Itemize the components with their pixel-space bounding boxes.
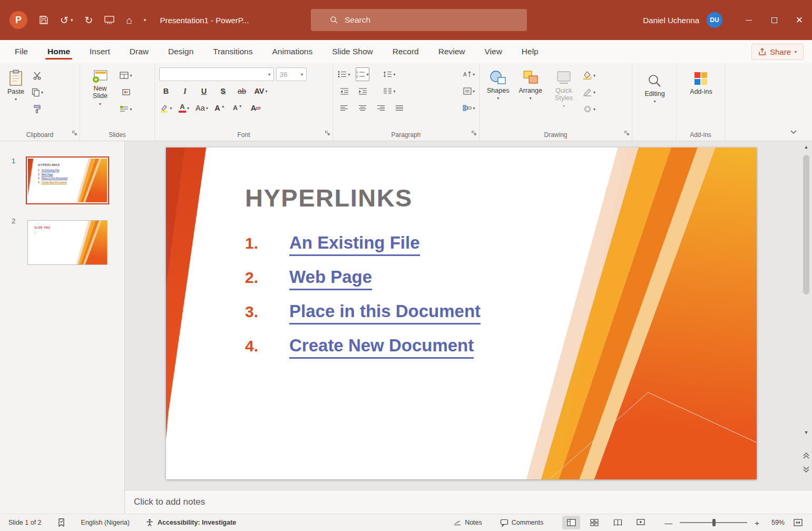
shape-effects-button[interactable]: ▾ — [582, 102, 596, 116]
align-text-dropdown-icon[interactable]: ▾ — [473, 89, 475, 94]
comments-button[interactable]: Comments — [495, 516, 549, 529]
maximize-button[interactable] — [761, 0, 787, 40]
slide-2-thumbnail[interactable]: SLIDE TWO • — [27, 220, 107, 265]
clear-formatting-button[interactable]: A — [249, 101, 262, 115]
line-spacing-dropdown-icon[interactable]: ▾ — [393, 72, 395, 77]
zoom-out-button[interactable]: — — [662, 518, 674, 527]
underline-button[interactable]: U — [197, 84, 211, 98]
user-avatar[interactable]: DU — [707, 12, 722, 28]
next-slide-button[interactable] — [801, 465, 811, 474]
zoom-slider-thumb[interactable] — [712, 519, 716, 526]
tab-home[interactable]: Home — [46, 42, 71, 62]
paste-button[interactable]: Paste ▾ — [4, 67, 27, 127]
copy-dropdown-icon[interactable]: ▾ — [41, 90, 43, 95]
numbering-dropdown-icon[interactable]: ▾ — [366, 72, 368, 77]
text-direction-button[interactable]: A ▾ — [462, 67, 476, 81]
align-left-button[interactable] — [337, 101, 351, 115]
accessibility-status[interactable]: Accessibility: Investigate — [145, 518, 236, 527]
drawing-dialog-launcher[interactable] — [624, 129, 630, 138]
increase-font-button[interactable]: A▲ — [213, 101, 227, 115]
decrease-font-button[interactable]: A▼ — [231, 101, 244, 115]
hyperlink-create-new-document[interactable]: Create New Document — [289, 336, 474, 359]
bold-button[interactable]: B — [159, 84, 173, 98]
tab-design[interactable]: Design — [167, 42, 194, 62]
reset-slide-button[interactable] — [119, 85, 133, 99]
tab-help[interactable]: Help — [521, 42, 540, 62]
close-button[interactable]: × — [787, 0, 812, 40]
slide-body-list[interactable]: 1.An Existing File 2.Web Page 3.Place in… — [245, 233, 481, 370]
scrollbar-thumb[interactable] — [803, 155, 809, 294]
arrange-dropdown-icon[interactable]: ▾ — [530, 96, 532, 101]
new-slide-button[interactable]: New Slide ▾ — [84, 67, 116, 127]
bullets-dropdown-icon[interactable]: ▾ — [348, 72, 350, 77]
font-size-dropdown-icon[interactable]: ▾ — [301, 72, 303, 77]
justify-button[interactable] — [393, 101, 406, 115]
tab-transitions[interactable]: Transitions — [212, 42, 253, 62]
font-color-dropdown-icon[interactable]: ▾ — [187, 106, 189, 111]
customize-qat-icon[interactable]: ▾ — [144, 17, 146, 23]
slide-canvas[interactable]: HYPERLINKS 1.An Existing File 2.Web Page… — [166, 148, 757, 479]
zoom-level[interactable]: 59% — [764, 519, 785, 526]
tab-draw[interactable]: Draw — [129, 42, 150, 62]
user-name[interactable]: Daniel Uchenna — [643, 16, 699, 25]
tab-animations[interactable]: Animations — [271, 42, 314, 62]
clipboard-dialog-launcher[interactable] — [72, 129, 77, 138]
hyperlink-place-in-document[interactable]: Place in this Document — [289, 301, 481, 324]
shape-outline-dropdown-icon[interactable]: ▾ — [593, 90, 595, 95]
undo-button[interactable]: ↺▾ — [60, 15, 73, 25]
hyperlink-existing-file[interactable]: An Existing File — [289, 233, 420, 256]
normal-view-button[interactable] — [562, 516, 580, 529]
slideshow-view-button[interactable] — [632, 516, 650, 529]
copy-button[interactable]: ▾ — [31, 85, 44, 99]
decrease-indent-button[interactable] — [337, 84, 351, 98]
shapes-button[interactable]: Shapes ▾ — [484, 67, 512, 127]
shape-fill-button[interactable]: ▾ — [582, 68, 596, 82]
strikethrough-button[interactable]: ab — [235, 84, 249, 98]
arrange-button[interactable]: Arrange ▾ — [515, 67, 545, 127]
save-button[interactable] — [39, 15, 48, 25]
cut-button[interactable] — [31, 68, 44, 82]
hyperlink-web-page[interactable]: Web Page — [289, 267, 372, 290]
font-color-button[interactable]: A ▾ — [177, 101, 191, 115]
vertical-scrollbar[interactable]: ▲ ▼ — [801, 142, 811, 488]
paste-dropdown-icon[interactable]: ▾ — [15, 97, 17, 102]
convert-to-smartart-button[interactable]: ▾ — [462, 101, 476, 115]
format-painter-button[interactable] — [31, 102, 44, 116]
quick-styles-dropdown-icon[interactable]: ▾ — [563, 104, 565, 109]
paragraph-dialog-launcher[interactable] — [471, 129, 477, 138]
notes-pane[interactable]: Click to add notes — [125, 490, 812, 514]
text-direction-dropdown-icon[interactable]: ▾ — [473, 72, 475, 77]
bullets-button[interactable]: ▾ — [337, 67, 351, 81]
notes-toggle-button[interactable]: Notes — [448, 516, 487, 529]
tab-review[interactable]: Review — [437, 42, 466, 62]
minimize-button[interactable] — [736, 0, 761, 40]
scroll-down-button[interactable]: ▼ — [801, 428, 811, 437]
numbering-button[interactable]: 12 ▾ — [356, 67, 369, 81]
font-name-dropdown-icon[interactable]: ▾ — [268, 72, 270, 77]
new-slide-dropdown-icon[interactable]: ▾ — [99, 102, 101, 106]
slide-1-thumbnail[interactable]: HYPERLINKS 1.An Existing File 2.Web Page… — [27, 158, 107, 203]
language-status[interactable]: English (Nigeria) — [81, 519, 130, 526]
tab-view[interactable]: View — [484, 42, 503, 62]
tab-insert[interactable]: Insert — [89, 42, 111, 62]
slide-title[interactable]: HYPERLINKS — [245, 183, 413, 212]
slide-sorter-view-button[interactable] — [585, 516, 603, 529]
collapse-ribbon-button[interactable] — [790, 127, 797, 136]
align-text-button[interactable]: ▾ — [462, 84, 476, 98]
powerpoint-logo-icon[interactable]: P — [9, 11, 27, 29]
character-spacing-dropdown-icon[interactable]: ▾ — [266, 89, 268, 94]
tab-slide-show[interactable]: Slide Show — [331, 42, 374, 62]
quick-styles-button[interactable]: Quick Styles ▾ — [549, 67, 579, 127]
smartart-dropdown-icon[interactable]: ▾ — [473, 106, 475, 111]
columns-dropdown-icon[interactable]: ▾ — [393, 89, 395, 94]
previous-slide-button[interactable] — [801, 451, 811, 460]
align-right-button[interactable] — [374, 101, 388, 115]
share-dropdown-icon[interactable]: ▾ — [795, 50, 797, 54]
change-case-button[interactable]: Aa▾ — [195, 101, 209, 115]
reading-view-button[interactable] — [609, 516, 627, 529]
character-spacing-button[interactable]: AV▾ — [254, 84, 268, 98]
undo-dropdown-icon[interactable]: ▾ — [71, 17, 73, 23]
italic-button[interactable]: I — [178, 84, 192, 98]
font-size-combo[interactable]: 36 ▾ — [276, 67, 307, 81]
shapes-dropdown-icon[interactable]: ▾ — [497, 96, 499, 101]
